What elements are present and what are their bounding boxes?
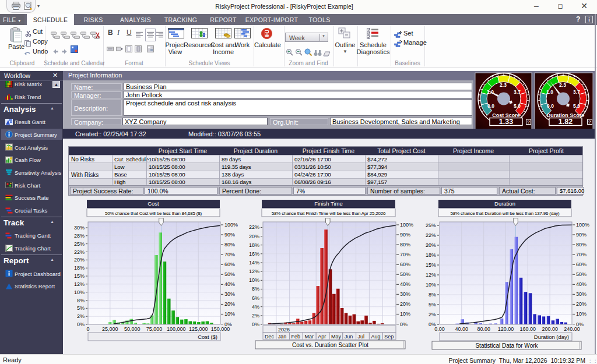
svg-text:22%: 22%	[426, 232, 436, 238]
svg-text:80%: 80%	[224, 242, 235, 248]
svg-text:8%: 8%	[429, 292, 436, 298]
svg-text:Jul: Jul	[358, 334, 365, 340]
svg-text:60%: 60%	[400, 261, 410, 267]
svg-text:70%: 70%	[576, 252, 587, 257]
svg-text:0%: 0%	[400, 321, 408, 327]
svg-text:30%: 30%	[74, 225, 85, 231]
svg-text:20%: 20%	[249, 234, 259, 239]
svg-text:4%: 4%	[252, 304, 259, 310]
svg-text:20%: 20%	[400, 301, 410, 307]
svg-text:30%: 30%	[400, 291, 410, 297]
svg-text:2.3: 2.3	[500, 82, 507, 88]
svg-text:20%: 20%	[74, 257, 85, 263]
svg-text:2%: 2%	[429, 312, 436, 317]
svg-text:125,000: 125,000	[189, 326, 208, 332]
svg-text:12%: 12%	[249, 268, 259, 274]
svg-text:30%: 30%	[576, 291, 587, 297]
svg-text:6%: 6%	[252, 295, 259, 301]
svg-text:80%: 80%	[400, 242, 410, 248]
svg-text:40.00: 40.00	[455, 326, 469, 332]
svg-text:20%: 20%	[426, 242, 436, 248]
svg-text:100%: 100%	[224, 222, 238, 228]
svg-text:1.0: 1.0	[546, 89, 553, 95]
svg-text:May: May	[331, 334, 342, 340]
svg-text:0%: 0%	[252, 321, 259, 327]
svg-text:3.7: 3.7	[514, 89, 521, 95]
svg-text:40%: 40%	[576, 281, 587, 287]
svg-text:8%: 8%	[252, 286, 259, 292]
svg-text:0.0: 0.0	[547, 103, 554, 109]
svg-text:5.0: 5.0	[514, 103, 521, 109]
svg-text:80%: 80%	[576, 242, 587, 248]
svg-text:10%: 10%	[576, 311, 587, 317]
svg-text:150,000: 150,000	[211, 326, 230, 332]
svg-text:50%: 50%	[224, 271, 235, 277]
svg-text:90%: 90%	[576, 232, 587, 238]
svg-text:12%: 12%	[426, 272, 436, 278]
svg-text:15%: 15%	[426, 262, 436, 268]
svg-text:0.00: 0.00	[434, 326, 445, 332]
svg-text:160.00: 160.00	[520, 326, 536, 332]
svg-text:18%: 18%	[426, 252, 436, 258]
svg-text:60%: 60%	[224, 261, 235, 267]
svg-text:10%: 10%	[426, 282, 436, 288]
svg-text:Cost ($): Cost ($)	[198, 334, 217, 340]
svg-text:22%: 22%	[74, 249, 85, 255]
svg-text:Aug: Aug	[371, 334, 380, 340]
svg-text:80.00: 80.00	[477, 326, 490, 332]
svg-text:2026: 2026	[278, 327, 290, 333]
svg-text:?: ?	[588, 119, 591, 125]
svg-text:40%: 40%	[400, 281, 410, 287]
svg-text:2%: 2%	[77, 313, 85, 319]
svg-text:20%: 20%	[576, 301, 587, 307]
svg-text:?: ?	[527, 119, 530, 125]
svg-text:10%: 10%	[224, 311, 235, 317]
svg-text:5.0: 5.0	[573, 103, 580, 109]
svg-text:50% chance that Cost will be l: 50% chance that Cost will be less than 8…	[105, 211, 202, 216]
svg-text:1.82: 1.82	[559, 118, 573, 126]
svg-text:120.00: 120.00	[498, 326, 514, 332]
svg-text:75,000: 75,000	[146, 326, 163, 332]
svg-text:240.00: 240.00	[564, 326, 580, 332]
svg-text:200.00: 200.00	[542, 326, 558, 332]
svg-text:18%: 18%	[74, 265, 85, 271]
svg-text:16%: 16%	[249, 251, 259, 257]
svg-text:50%: 50%	[576, 271, 587, 277]
svg-text:28%: 28%	[74, 233, 85, 239]
svg-text:2.3: 2.3	[559, 82, 566, 88]
svg-text:15%: 15%	[74, 273, 85, 279]
svg-text:12%: 12%	[74, 281, 85, 287]
svg-text:0.0: 0.0	[487, 103, 494, 109]
svg-text:70%: 70%	[400, 252, 410, 257]
svg-text:5%: 5%	[429, 302, 436, 308]
svg-text:58% chance that Finish Time wi: 58% chance that Finish Time will be less…	[272, 211, 386, 216]
svg-text:25%: 25%	[74, 241, 85, 247]
svg-text:20%: 20%	[224, 301, 235, 307]
svg-text:Apr: Apr	[318, 334, 326, 340]
svg-text:100%: 100%	[576, 222, 589, 228]
svg-text:Dec: Dec	[265, 334, 275, 340]
svg-text:50%: 50%	[400, 271, 410, 277]
svg-text:40%: 40%	[224, 281, 235, 287]
svg-text:70%: 70%	[224, 252, 235, 257]
svg-text:2%: 2%	[252, 313, 259, 319]
svg-text:Duration: Duration	[494, 200, 515, 207]
svg-text:0: 0	[86, 326, 89, 332]
svg-text:Statistical Data for Work: Statistical Data for Work	[475, 342, 538, 349]
svg-text:Mar: Mar	[304, 334, 314, 340]
svg-text:58% chance that Duration will: 58% chance that Duration will be less th…	[451, 211, 560, 216]
svg-text:10%: 10%	[74, 289, 85, 295]
svg-text:Cost: Cost	[148, 200, 159, 207]
svg-text:100,000: 100,000	[167, 326, 186, 332]
svg-text:Finish Time: Finish Time	[314, 200, 343, 207]
svg-text:50,000: 50,000	[124, 326, 141, 332]
svg-text:10%: 10%	[249, 277, 259, 283]
svg-text:18%: 18%	[249, 242, 259, 248]
svg-text:22%: 22%	[249, 224, 259, 230]
svg-text:25,000: 25,000	[102, 326, 118, 332]
svg-text:Sep: Sep	[384, 334, 394, 340]
svg-text:60%: 60%	[576, 261, 587, 267]
svg-text:90%: 90%	[400, 232, 410, 238]
svg-text:90%: 90%	[224, 232, 235, 238]
svg-text:Cost vs. Duration Scatter Plot: Cost vs. Duration Scatter Plot	[292, 342, 368, 348]
